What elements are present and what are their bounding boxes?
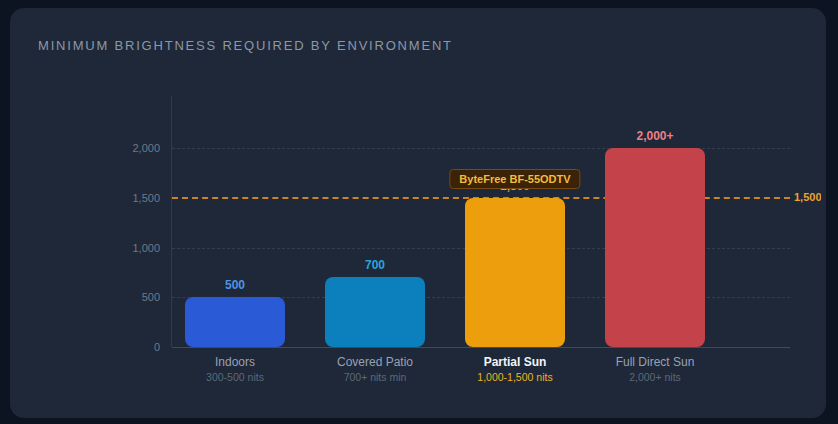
category-name: Partial Sun	[445, 355, 585, 369]
product-badge: ByteFree BF-55ODTV	[449, 169, 580, 189]
x-axis-label-indoors: Indoors300-500 nits	[165, 355, 305, 384]
category-name: Full Direct Sun	[585, 355, 725, 369]
y-tick-label-1500: 1,500	[96, 191, 160, 205]
x-axis-label-covered-patio: Covered Patio700+ nits min	[305, 355, 445, 384]
category-range-note: 300-500 nits	[165, 371, 305, 384]
x-axis-label-partial-sun: Partial Sun1,000-1,500 nits	[445, 355, 585, 384]
x-axis-label-full-direct-sun: Full Direct Sun2,000+ nits	[585, 355, 725, 384]
category-range-note: 1,000-1,500 nits	[445, 371, 585, 384]
category-name: Covered Patio	[305, 355, 445, 369]
screenshot-root: MINIMUM BRIGHTNESS REQUIRED BY ENVIRONME…	[0, 0, 838, 424]
bar-covered-patio[interactable]	[325, 277, 425, 347]
bar-value-indoors: 500	[185, 278, 285, 292]
bar-indoors[interactable]	[185, 297, 285, 347]
bar-full-direct-sun[interactable]	[605, 148, 705, 347]
category-range-note: 700+ nits min	[305, 371, 445, 384]
y-tick-label-0: 0	[96, 340, 160, 354]
chart-card: MINIMUM BRIGHTNESS REQUIRED BY ENVIRONME…	[10, 8, 826, 418]
threshold-right-label: 1,500	[794, 191, 821, 203]
category-range-note: 2,000+ nits	[585, 371, 725, 384]
chart-title: MINIMUM BRIGHTNESS REQUIRED BY ENVIRONME…	[38, 38, 453, 53]
bar-value-covered-patio: 700	[325, 258, 425, 272]
plot-area: 5007001,500ByteFree BF-55ODTV2,000+	[172, 148, 790, 347]
y-tick-label-2000: 2,000	[96, 141, 160, 155]
bar-partial-sun[interactable]	[465, 198, 565, 347]
y-tick-label-1000: 1,000	[96, 241, 160, 255]
category-name: Indoors	[165, 355, 305, 369]
x-axis-line	[172, 347, 790, 348]
y-tick-label-500: 500	[96, 290, 160, 304]
bar-value-full-direct-sun: 2,000+	[605, 129, 705, 143]
